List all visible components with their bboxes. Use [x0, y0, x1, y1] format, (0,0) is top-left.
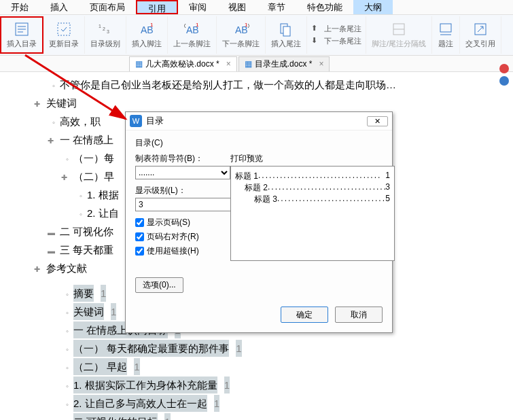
show-level-spinner[interactable]: ▲▼: [135, 198, 230, 211]
use-hyperlink-checkbox[interactable]: [135, 247, 144, 256]
doc-tab-2[interactable]: ▦ 目录生成.docx * ×: [238, 56, 330, 71]
fn-en-sep-icon: [391, 21, 407, 37]
next-footnote-icon: AB1: [233, 21, 249, 37]
outline-minus[interactable]: ▬: [48, 224, 60, 241]
menu-start[interactable]: 开始: [0, 0, 39, 14]
svg-rect-4: [58, 23, 70, 35]
options-button[interactable]: 选项(0)...: [135, 277, 183, 293]
crossref-icon: [472, 21, 489, 37]
menu-bar: 开始 插入 页面布局 引用 审阅 视图 章节 特色功能 大纲: [0, 0, 513, 15]
svg-rect-18: [440, 24, 451, 32]
caption-button[interactable]: 题注: [432, 16, 460, 54]
selected-text: 二 可视化你的目标: [73, 413, 158, 420]
insert-toc-icon: [14, 21, 30, 37]
next-footnote-button[interactable]: AB1 下一条脚注: [217, 16, 266, 54]
insert-footnote-button[interactable]: AB1 插入脚注: [126, 16, 168, 54]
prev-endnote-button[interactable]: ⬆上一条尾注: [311, 23, 361, 35]
update-toc-button[interactable]: 更新目录: [43, 16, 85, 54]
svg-text:1: 1: [245, 22, 248, 28]
outline-plus[interactable]: ✚: [34, 261, 46, 278]
outline-plus[interactable]: ✚: [34, 96, 46, 113]
dialog-title-bar[interactable]: W 目录 ✕: [126, 112, 392, 130]
insert-footnote-icon: AB1: [139, 21, 155, 37]
word-file-icon: ▦: [245, 59, 252, 69]
app-icon: W: [130, 115, 142, 127]
sidebar-blue-icon[interactable]: [499, 76, 509, 86]
heading: 一 在情感上: [60, 131, 113, 148]
insert-toc-label: 插入目录: [7, 39, 37, 49]
sidebar-icons: [499, 64, 509, 86]
close-tab-icon[interactable]: ×: [226, 59, 231, 69]
menu-view[interactable]: 视图: [217, 0, 257, 14]
tab-leader-select[interactable]: .......: [135, 166, 230, 179]
insert-endnote-icon: [278, 21, 294, 37]
document-tab-bar: ▦ 几大高效秘诀.docx * × ▦ 目录生成.docx * ×: [0, 56, 513, 72]
caption-icon: [438, 21, 454, 37]
svg-text:2: 2: [103, 27, 105, 31]
show-page-number-checkbox[interactable]: [135, 218, 144, 227]
right-align-checkbox[interactable]: [135, 232, 144, 241]
prev-footnote-label: 上一条脚注: [173, 39, 211, 49]
outline-dot: ◦: [61, 360, 73, 377]
menu-reference[interactable]: 引用: [136, 0, 178, 14]
heading: 二 可视化你: [60, 223, 113, 240]
insert-footnote-label: 插入脚注: [132, 39, 162, 49]
outline-plus[interactable]: ✚: [61, 169, 73, 186]
outline-dot: ◦: [61, 304, 73, 321]
close-tab-icon[interactable]: ×: [319, 59, 323, 69]
prev-footnote-button[interactable]: AB1 上一条脚注: [168, 16, 217, 54]
ok-button[interactable]: 确定: [281, 307, 328, 323]
cancel-button[interactable]: 取消: [335, 307, 383, 323]
body-text: 2. 让自: [87, 205, 119, 222]
dialog-close-button[interactable]: ✕: [367, 116, 388, 126]
page-number: 1: [164, 413, 170, 420]
insert-endnote-button[interactable]: 插入尾注: [266, 16, 307, 54]
selected-text: 2. 让自己多与高效人士在一起: [73, 395, 207, 412]
outline-dot: ◦: [61, 286, 73, 303]
next-endnote-button[interactable]: ⬇下一条尾注: [311, 35, 361, 48]
show-level-input[interactable]: [136, 198, 241, 211]
doc-tab-1[interactable]: ▦ 几大高效秘诀.docx * ×: [129, 56, 237, 71]
menu-chapter[interactable]: 章节: [257, 0, 296, 14]
svg-text:1: 1: [99, 24, 101, 29]
page-number: 1: [224, 377, 230, 393]
outline-minus[interactable]: ▬: [48, 243, 60, 260]
insert-toc-button[interactable]: 插入目录: [0, 16, 43, 54]
svg-text:1: 1: [150, 22, 154, 28]
menu-layout[interactable]: 页面布局: [79, 0, 136, 14]
outline-dot: ◦: [48, 114, 60, 131]
toc-level-button[interactable]: 123 目录级别: [85, 16, 126, 54]
prev-endnote-icon: ⬆: [311, 24, 322, 35]
doc-tab-2-name: 目录生成.docx *: [255, 58, 313, 70]
toc-group-label: 目录(C): [135, 137, 383, 149]
fn-en-sep-label: 脚注/尾注分隔线: [372, 39, 426, 49]
outline-dot: ◦: [75, 206, 87, 223]
fn-en-sep-button[interactable]: 脚注/尾注分隔线: [366, 16, 432, 54]
sidebar-red-icon[interactable]: [499, 64, 509, 73]
outline-dot: ◦: [61, 341, 73, 358]
menu-insert[interactable]: 插入: [39, 0, 79, 14]
svg-text:3: 3: [107, 29, 109, 34]
body-text: 不管你是自己创业当老板还是给别人打工，做一个高效的人都是走向职场…: [60, 76, 396, 93]
outline-plus[interactable]: ✚: [48, 133, 60, 150]
dialog-title: 目录: [146, 115, 367, 127]
crossref-button[interactable]: 交叉引用: [460, 16, 501, 54]
crossref-label: 交叉引用: [465, 39, 495, 49]
show-level-label: 显示级别(L)：: [135, 185, 230, 196]
heading: （二）早: [73, 168, 114, 185]
body-text: 高效，职: [60, 113, 101, 130]
svg-text:1: 1: [196, 22, 199, 28]
heading: 三 每天都重: [60, 241, 113, 258]
page-number: 1: [111, 303, 116, 320]
outline-dot: ◦: [75, 188, 87, 205]
menu-features[interactable]: 特色功能: [296, 0, 353, 14]
menu-outline[interactable]: 大纲: [353, 0, 393, 14]
page-number: 1: [134, 358, 139, 375]
menu-review[interactable]: 审阅: [178, 0, 217, 14]
body-text: （一）每: [73, 150, 114, 167]
selected-text: 关键词: [73, 303, 104, 320]
selected-text: （一） 每天都确定最重要的那件事: [73, 340, 229, 357]
heading: 参考文献: [46, 260, 87, 277]
right-align-label: 页码右对齐(R): [147, 231, 199, 243]
outline-dot: ◦: [61, 415, 73, 420]
